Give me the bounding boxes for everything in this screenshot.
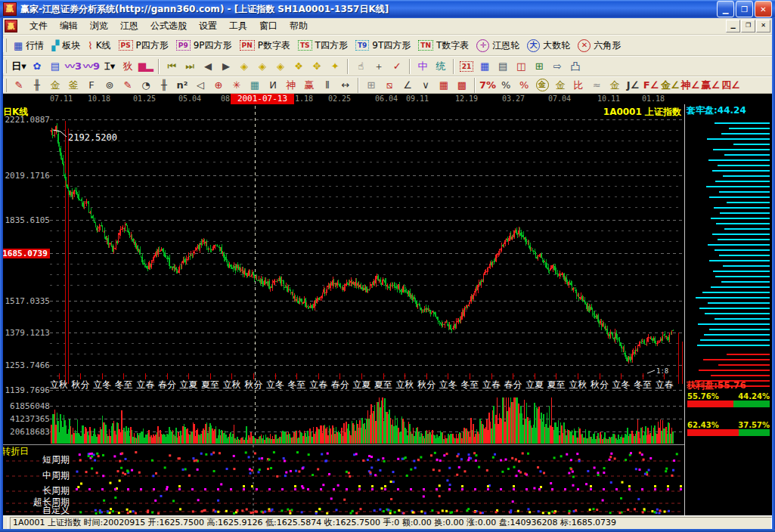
toolbar-grip[interactable]	[3, 79, 7, 92]
print-button[interactable]: 凸	[566, 58, 584, 74]
kline-button[interactable]: ⌇K线	[84, 36, 114, 54]
box-grid-button[interactable]: ⊞	[362, 77, 380, 93]
t-percent-button[interactable]: 7%	[479, 77, 497, 93]
percent-button[interactable]: %	[497, 77, 515, 93]
time-ruler-2-button[interactable]: ╫	[155, 77, 173, 93]
menu-item-1[interactable]: 文件	[23, 19, 54, 32]
t-square-button[interactable]: TST四方形	[294, 36, 352, 54]
9p-square-button[interactable]: P99P四方形	[172, 36, 236, 54]
formula-overlay-button[interactable]: ✿	[28, 58, 46, 74]
shen-angle-button[interactable]: 神∠	[680, 77, 701, 93]
calculator-button[interactable]: ▦	[476, 58, 494, 74]
period-day-dropdown-button[interactable]: 日▾	[10, 58, 28, 74]
notepad-button[interactable]: ▤	[494, 58, 512, 74]
spiral-button[interactable]: ⊚	[101, 77, 119, 93]
j-angle-button[interactable]: J∠	[624, 77, 642, 93]
wave-gray-button[interactable]: ≈	[587, 77, 606, 93]
red-pattern-button[interactable]: 狄	[119, 58, 137, 74]
ying-button[interactable]: 赢	[300, 77, 318, 93]
balance-pen-button[interactable]: 比	[569, 77, 587, 93]
diamond-star-button[interactable]: ✦	[326, 58, 344, 74]
child-close-button[interactable]: ✕	[756, 20, 770, 32]
minimize-button[interactable]: ▁	[717, 1, 734, 17]
menu-item-9[interactable]: 帮助	[284, 19, 314, 32]
gold-3-button[interactable]: 金	[606, 77, 624, 93]
menu-item-5[interactable]: 公式选股	[144, 19, 193, 32]
sectors-button[interactable]: ▞板块	[48, 36, 84, 54]
save-button[interactable]: ◫	[512, 58, 530, 74]
menu-item-2[interactable]: 编辑	[54, 19, 84, 32]
gold-angle-button[interactable]: 金∠	[660, 77, 680, 93]
restore-button[interactable]: ❐	[736, 1, 753, 17]
flag-button[interactable]: ◁	[191, 77, 209, 93]
shen-button[interactable]: 神	[282, 77, 300, 93]
stat-tool-button[interactable]: 统	[432, 58, 450, 74]
child-minimize-button[interactable]: ▁	[726, 20, 740, 32]
percent-lines-button[interactable]: %	[515, 77, 533, 93]
page-right-button[interactable]: ▶	[217, 58, 235, 74]
quotes-button[interactable]: ▦行情	[10, 36, 48, 54]
span-measure-button[interactable]: ↔	[336, 77, 355, 93]
f-angle-button[interactable]: F∠	[642, 77, 660, 93]
big-number-wheel-button[interactable]: 大大数轮	[523, 36, 574, 54]
hand-tool-button[interactable]: ☝	[352, 58, 370, 74]
diamond-plus-button[interactable]: ✥	[308, 58, 326, 74]
page-left-button[interactable]: ◀	[199, 58, 217, 74]
wave-3-button[interactable]: 〰3	[64, 58, 82, 74]
f-square-button[interactable]: F	[82, 77, 101, 93]
clock-circle-button[interactable]: ◔	[137, 77, 155, 93]
gold-section-button[interactable]: 金	[46, 77, 64, 93]
toolbar-grip[interactable]	[3, 60, 7, 73]
calendar-button[interactable]: 21	[457, 58, 476, 74]
diamond-x-button[interactable]: ❖	[290, 58, 308, 74]
info-board-button[interactable]: ▤	[46, 58, 64, 74]
candlestick-chart[interactable]: 2192.52001:8	[0, 104, 684, 444]
pen-check-button[interactable]: ✓	[388, 58, 406, 74]
go-first-button[interactable]: ⏮	[163, 58, 181, 74]
candle-style-dropdown-button[interactable]: ⌶▾	[101, 58, 119, 74]
t-number-table-button[interactable]: TNT数字表	[414, 36, 473, 54]
toolbar-grip[interactable]	[3, 39, 7, 52]
diamond-right-button[interactable]: ◈	[253, 58, 271, 74]
menu-item-3[interactable]: 浏览	[84, 19, 114, 32]
color-histogram-button[interactable]: ▆▂	[137, 58, 155, 74]
turning-point-panel[interactable]: 转折日 短周期中周期长周期超长周期自定义 gann 360 5432109876…	[0, 444, 775, 515]
gann-count-button[interactable]: И	[264, 77, 282, 93]
zigzag-button[interactable]: ∨	[417, 77, 435, 93]
pen-2-button[interactable]: ✎	[119, 77, 137, 93]
diamond-lr-button[interactable]: ◈	[271, 58, 290, 74]
menu-item-8[interactable]: 窗口	[253, 19, 284, 32]
gold-section-2-button[interactable]: 釜	[64, 77, 82, 93]
zhong-tool-button[interactable]: 中	[414, 58, 432, 74]
time-ruler-button[interactable]: ╫	[28, 77, 46, 93]
child-restore-button[interactable]: ❐	[741, 20, 755, 32]
go-last-button[interactable]: ⏭	[181, 58, 199, 74]
grid-red-button[interactable]: ▦	[435, 77, 453, 93]
pen-button[interactable]: ✎	[10, 77, 28, 93]
p-square-button[interactable]: PSP四方形	[115, 36, 172, 54]
9t-square-button[interactable]: T99T四方形	[352, 36, 414, 54]
gold-circle-button[interactable]: 金	[533, 77, 551, 93]
angle-line-button[interactable]: ∠	[398, 77, 417, 93]
menu-item-7[interactable]: 工具	[223, 19, 253, 32]
crosshair-tool-button[interactable]: ＋	[370, 58, 388, 74]
gann-wheel-button[interactable]: ✛江恩轮	[473, 36, 523, 54]
target-red-button[interactable]: ⊕	[209, 77, 228, 93]
wave-9-button[interactable]: 〰9	[82, 58, 101, 74]
export-data-button[interactable]: ⇨	[548, 58, 566, 74]
ying-angle-button[interactable]: 赢∠	[700, 77, 721, 93]
grid-teal-button[interactable]: ▦	[246, 77, 264, 93]
bar-count-button[interactable]: ⫴	[318, 77, 336, 93]
gold-lines-button[interactable]: 金	[551, 77, 569, 93]
si-angle-button[interactable]: 四∠	[721, 77, 741, 93]
close-button[interactable]: ✕	[755, 1, 772, 17]
p-number-table-button[interactable]: PNP数字表	[236, 36, 294, 54]
hatch-box-button[interactable]: ⧅	[380, 77, 398, 93]
grid-red-2-button[interactable]: ▩	[453, 77, 471, 93]
hexagon-button[interactable]: ✕六角形	[574, 36, 625, 54]
burst-button[interactable]: ✳	[228, 77, 246, 93]
export-image-button[interactable]: ⊞	[530, 58, 548, 74]
chip-distribution-panel[interactable]: 套牢盘:44.24 获利盘:55.76 55.76%44.24%62.43%37…	[684, 104, 775, 515]
menu-item-4[interactable]: 江恩	[114, 19, 144, 32]
n-square-button[interactable]: n²	[173, 77, 191, 93]
